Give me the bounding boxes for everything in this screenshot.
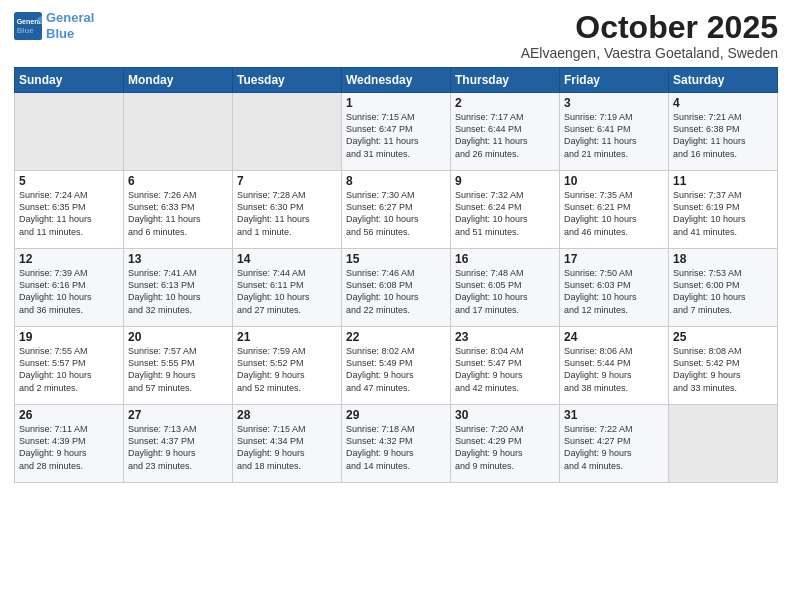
day-info: Sunrise: 7:19 AM Sunset: 6:41 PM Dayligh… <box>564 111 664 160</box>
day-cell <box>124 93 233 171</box>
day-cell: 17Sunrise: 7:50 AM Sunset: 6:03 PM Dayli… <box>560 249 669 327</box>
day-number: 27 <box>128 408 228 422</box>
day-info: Sunrise: 7:46 AM Sunset: 6:08 PM Dayligh… <box>346 267 446 316</box>
day-number: 10 <box>564 174 664 188</box>
day-number: 16 <box>455 252 555 266</box>
day-cell: 4Sunrise: 7:21 AM Sunset: 6:38 PM Daylig… <box>669 93 778 171</box>
day-cell: 24Sunrise: 8:06 AM Sunset: 5:44 PM Dayli… <box>560 327 669 405</box>
day-number: 28 <box>237 408 337 422</box>
day-info: Sunrise: 7:44 AM Sunset: 6:11 PM Dayligh… <box>237 267 337 316</box>
day-cell: 31Sunrise: 7:22 AM Sunset: 4:27 PM Dayli… <box>560 405 669 483</box>
day-cell: 2Sunrise: 7:17 AM Sunset: 6:44 PM Daylig… <box>451 93 560 171</box>
week-row-3: 12Sunrise: 7:39 AM Sunset: 6:16 PM Dayli… <box>15 249 778 327</box>
day-cell: 10Sunrise: 7:35 AM Sunset: 6:21 PM Dayli… <box>560 171 669 249</box>
day-info: Sunrise: 7:11 AM Sunset: 4:39 PM Dayligh… <box>19 423 119 472</box>
day-cell: 23Sunrise: 8:04 AM Sunset: 5:47 PM Dayli… <box>451 327 560 405</box>
day-info: Sunrise: 7:21 AM Sunset: 6:38 PM Dayligh… <box>673 111 773 160</box>
day-cell: 19Sunrise: 7:55 AM Sunset: 5:57 PM Dayli… <box>15 327 124 405</box>
header-wednesday: Wednesday <box>342 68 451 93</box>
day-info: Sunrise: 7:37 AM Sunset: 6:19 PM Dayligh… <box>673 189 773 238</box>
day-number: 5 <box>19 174 119 188</box>
title-block: October 2025 AElvaengen, Vaestra Goetala… <box>521 10 778 61</box>
day-number: 12 <box>19 252 119 266</box>
day-cell: 21Sunrise: 7:59 AM Sunset: 5:52 PM Dayli… <box>233 327 342 405</box>
day-info: Sunrise: 7:59 AM Sunset: 5:52 PM Dayligh… <box>237 345 337 394</box>
day-number: 7 <box>237 174 337 188</box>
week-row-1: 1Sunrise: 7:15 AM Sunset: 6:47 PM Daylig… <box>15 93 778 171</box>
day-info: Sunrise: 7:18 AM Sunset: 4:32 PM Dayligh… <box>346 423 446 472</box>
logo: General Blue General Blue <box>14 10 94 41</box>
header-saturday: Saturday <box>669 68 778 93</box>
day-number: 14 <box>237 252 337 266</box>
day-cell <box>15 93 124 171</box>
day-number: 25 <box>673 330 773 344</box>
day-number: 30 <box>455 408 555 422</box>
day-cell: 30Sunrise: 7:20 AM Sunset: 4:29 PM Dayli… <box>451 405 560 483</box>
day-info: Sunrise: 7:32 AM Sunset: 6:24 PM Dayligh… <box>455 189 555 238</box>
day-info: Sunrise: 7:53 AM Sunset: 6:00 PM Dayligh… <box>673 267 773 316</box>
day-cell: 22Sunrise: 8:02 AM Sunset: 5:49 PM Dayli… <box>342 327 451 405</box>
header-sunday: Sunday <box>15 68 124 93</box>
day-cell: 3Sunrise: 7:19 AM Sunset: 6:41 PM Daylig… <box>560 93 669 171</box>
day-cell: 12Sunrise: 7:39 AM Sunset: 6:16 PM Dayli… <box>15 249 124 327</box>
day-info: Sunrise: 8:04 AM Sunset: 5:47 PM Dayligh… <box>455 345 555 394</box>
day-info: Sunrise: 7:39 AM Sunset: 6:16 PM Dayligh… <box>19 267 119 316</box>
day-info: Sunrise: 7:24 AM Sunset: 6:35 PM Dayligh… <box>19 189 119 238</box>
day-info: Sunrise: 7:20 AM Sunset: 4:29 PM Dayligh… <box>455 423 555 472</box>
day-cell <box>233 93 342 171</box>
day-number: 1 <box>346 96 446 110</box>
day-number: 6 <box>128 174 228 188</box>
logo-icon: General Blue <box>14 12 42 40</box>
day-cell: 11Sunrise: 7:37 AM Sunset: 6:19 PM Dayli… <box>669 171 778 249</box>
logo-general: General <box>46 10 94 25</box>
day-cell: 7Sunrise: 7:28 AM Sunset: 6:30 PM Daylig… <box>233 171 342 249</box>
day-cell: 6Sunrise: 7:26 AM Sunset: 6:33 PM Daylig… <box>124 171 233 249</box>
header-tuesday: Tuesday <box>233 68 342 93</box>
day-info: Sunrise: 7:48 AM Sunset: 6:05 PM Dayligh… <box>455 267 555 316</box>
week-row-4: 19Sunrise: 7:55 AM Sunset: 5:57 PM Dayli… <box>15 327 778 405</box>
day-number: 18 <box>673 252 773 266</box>
day-cell: 1Sunrise: 7:15 AM Sunset: 6:47 PM Daylig… <box>342 93 451 171</box>
day-cell: 25Sunrise: 8:08 AM Sunset: 5:42 PM Dayli… <box>669 327 778 405</box>
day-number: 8 <box>346 174 446 188</box>
day-info: Sunrise: 7:57 AM Sunset: 5:55 PM Dayligh… <box>128 345 228 394</box>
days-header-row: Sunday Monday Tuesday Wednesday Thursday… <box>15 68 778 93</box>
day-cell: 27Sunrise: 7:13 AM Sunset: 4:37 PM Dayli… <box>124 405 233 483</box>
day-number: 9 <box>455 174 555 188</box>
day-info: Sunrise: 8:02 AM Sunset: 5:49 PM Dayligh… <box>346 345 446 394</box>
location-subtitle: AElvaengen, Vaestra Goetaland, Sweden <box>521 45 778 61</box>
day-cell: 26Sunrise: 7:11 AM Sunset: 4:39 PM Dayli… <box>15 405 124 483</box>
day-number: 11 <box>673 174 773 188</box>
svg-text:Blue: Blue <box>17 26 35 35</box>
day-number: 31 <box>564 408 664 422</box>
day-number: 23 <box>455 330 555 344</box>
day-cell <box>669 405 778 483</box>
day-info: Sunrise: 7:55 AM Sunset: 5:57 PM Dayligh… <box>19 345 119 394</box>
day-info: Sunrise: 7:22 AM Sunset: 4:27 PM Dayligh… <box>564 423 664 472</box>
day-number: 22 <box>346 330 446 344</box>
day-info: Sunrise: 7:50 AM Sunset: 6:03 PM Dayligh… <box>564 267 664 316</box>
day-number: 17 <box>564 252 664 266</box>
day-cell: 20Sunrise: 7:57 AM Sunset: 5:55 PM Dayli… <box>124 327 233 405</box>
calendar-table: Sunday Monday Tuesday Wednesday Thursday… <box>14 67 778 483</box>
day-cell: 9Sunrise: 7:32 AM Sunset: 6:24 PM Daylig… <box>451 171 560 249</box>
day-cell: 15Sunrise: 7:46 AM Sunset: 6:08 PM Dayli… <box>342 249 451 327</box>
day-cell: 29Sunrise: 7:18 AM Sunset: 4:32 PM Dayli… <box>342 405 451 483</box>
calendar-container: General Blue General Blue October 2025 A… <box>0 0 792 612</box>
day-info: Sunrise: 7:41 AM Sunset: 6:13 PM Dayligh… <box>128 267 228 316</box>
header-monday: Monday <box>124 68 233 93</box>
day-info: Sunrise: 7:15 AM Sunset: 6:47 PM Dayligh… <box>346 111 446 160</box>
day-number: 3 <box>564 96 664 110</box>
logo-text: General Blue <box>46 10 94 41</box>
day-cell: 5Sunrise: 7:24 AM Sunset: 6:35 PM Daylig… <box>15 171 124 249</box>
header: General Blue General Blue October 2025 A… <box>14 10 778 61</box>
day-cell: 13Sunrise: 7:41 AM Sunset: 6:13 PM Dayli… <box>124 249 233 327</box>
logo-blue: Blue <box>46 26 74 41</box>
day-number: 26 <box>19 408 119 422</box>
day-number: 2 <box>455 96 555 110</box>
day-number: 13 <box>128 252 228 266</box>
day-info: Sunrise: 7:26 AM Sunset: 6:33 PM Dayligh… <box>128 189 228 238</box>
day-cell: 14Sunrise: 7:44 AM Sunset: 6:11 PM Dayli… <box>233 249 342 327</box>
day-cell: 16Sunrise: 7:48 AM Sunset: 6:05 PM Dayli… <box>451 249 560 327</box>
day-cell: 18Sunrise: 7:53 AM Sunset: 6:00 PM Dayli… <box>669 249 778 327</box>
